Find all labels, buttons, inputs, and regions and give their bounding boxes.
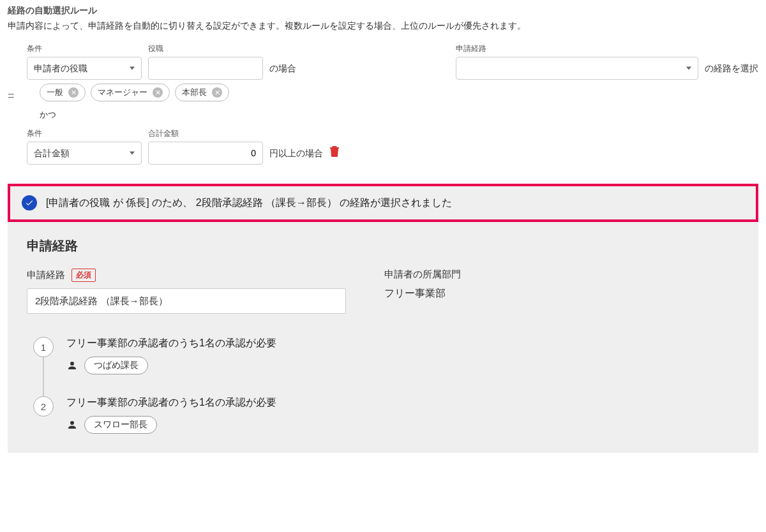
route-select[interactable]: 2段階承認経路 （課長→部長） <box>27 288 346 314</box>
rule-editor: = 条件 申請者の役職 役職 の場合 申請経路 の経路を選択 一般 ✕ <box>8 43 758 165</box>
position-label: 役職 <box>148 43 263 54</box>
step-title: フリー事業部の承認者のうち1名の承認が必要 <box>66 337 739 350</box>
delete-icon[interactable] <box>329 145 340 165</box>
chip[interactable]: マネージャー ✕ <box>91 84 170 101</box>
result-panel: [申請者の役職 が 係長] のため、 2段階承認経路 （課長→部長） の経路が選… <box>8 184 758 453</box>
person-icon <box>66 419 78 431</box>
condition-select[interactable]: 申請者の役職 <box>27 57 142 80</box>
chip[interactable]: 本部長 ✕ <box>175 84 229 101</box>
dept-label: 申請者の所属部門 <box>384 269 461 281</box>
step-title: フリー事業部の承認者のうち1名の承認が必要 <box>66 396 739 410</box>
condition2-select-value: 合計金額 <box>34 148 70 158</box>
dept-value: フリー事業部 <box>384 287 461 300</box>
approver-chip[interactable]: スワロー部長 <box>84 416 157 434</box>
chip[interactable]: 一般 ✕ <box>40 84 86 101</box>
route-select-value: 2段階承認経路 （課長→部長） <box>35 295 168 307</box>
close-icon[interactable]: ✕ <box>68 87 79 98</box>
close-icon[interactable]: ✕ <box>212 87 222 98</box>
position-chips: 一般 ✕ マネージャー ✕ 本部長 ✕ <box>27 80 758 108</box>
required-badge: 必須 <box>71 269 96 282</box>
condition2-label: 条件 <box>27 128 142 139</box>
section-title: 経路の自動選択ルール <box>8 5 758 17</box>
and-label: かつ <box>27 108 758 128</box>
drag-handle-icon[interactable]: = <box>8 89 15 103</box>
approval-steps: 1 フリー事業部の承認者のうち1名の承認が必要 つばめ課長 2 フリー事業部の承… <box>27 337 739 434</box>
route-field-label: 申請経路 <box>27 269 65 281</box>
alert-text: [申請者の役職 が 係長] のため、 2段階承認経路 （課長→部長） の経路が選… <box>46 196 452 210</box>
condition-select-value: 申請者の役職 <box>34 63 87 73</box>
close-icon[interactable]: ✕ <box>153 87 163 98</box>
panel-title: 申請経路 <box>27 237 739 255</box>
person-icon <box>66 360 78 371</box>
alert-banner: [申請者の役職 が 係長] のため、 2段階承認経路 （課長→部長） の経路が選… <box>8 184 758 222</box>
route-select-top[interactable] <box>456 57 698 80</box>
route-label: 申請経路 <box>456 43 698 54</box>
step-number: 2 <box>33 396 54 417</box>
route-suffix: の経路を選択 <box>705 63 758 80</box>
chip-label: 一般 <box>47 87 63 98</box>
approval-step: 1 フリー事業部の承認者のうち1名の承認が必要 つばめ課長 <box>33 337 739 396</box>
row1-suffix: の場合 <box>269 63 296 80</box>
approver-chip[interactable]: つばめ課長 <box>84 357 148 374</box>
approval-step: 2 フリー事業部の承認者のうち1名の承認が必要 スワロー部長 <box>33 396 739 434</box>
amount-input[interactable] <box>148 142 263 165</box>
condition2-select[interactable]: 合計金額 <box>27 142 142 165</box>
condition-label: 条件 <box>27 43 142 54</box>
row2-suffix: 円以上の場合 <box>269 148 323 165</box>
chip-label: 本部長 <box>182 87 207 98</box>
chip-label: マネージャー <box>98 87 147 98</box>
check-circle-icon <box>22 195 37 211</box>
step-number: 1 <box>33 337 54 357</box>
section-description: 申請内容によって、申請経路を自動的に切り替える設定ができます。複数ルールを設定す… <box>8 20 758 32</box>
position-input[interactable] <box>148 57 263 80</box>
amount-label: 合計金額 <box>148 128 263 139</box>
